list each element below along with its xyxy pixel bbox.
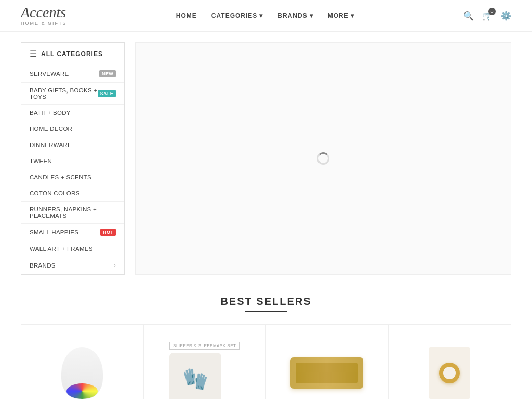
chevron-down-icon: ▾ — [310, 12, 313, 19]
settings-icon: ⚙️ — [501, 11, 511, 20]
sidebar-item[interactable]: COTON COLORS — [21, 185, 124, 202]
header-icons: 🔍 🛒 0 ⚙️ — [463, 11, 511, 21]
sidebar-item-label: BABY GIFTS, BOOKS + TOYS — [30, 87, 98, 100]
product-card[interactable] — [21, 325, 144, 399]
title-underline — [245, 311, 287, 312]
product-card[interactable] — [266, 325, 389, 399]
sidebar-item-label: TWEEN — [30, 158, 52, 164]
sidebar-item-badge: NEW — [99, 70, 116, 77]
sidebar-item[interactable]: BABY GIFTS, BOOKS + TOYSSALE — [21, 83, 124, 105]
product-card[interactable] — [389, 325, 511, 399]
sidebar: ☰ ALL CATEGORIES SERVEWARENEWBABY GIFTS,… — [21, 42, 125, 275]
sidebar-item-label: WALL ART + FRAMES — [30, 246, 93, 252]
cart-button[interactable]: 🛒 0 — [482, 11, 493, 21]
sidebar-item-label: COTON COLORS — [30, 190, 80, 196]
product-image-ring — [429, 347, 470, 399]
sidebar-item[interactable]: TWEEN — [21, 153, 124, 169]
settings-button[interactable]: ⚙️ — [501, 11, 511, 21]
main-nav: HOME CATEGORIES ▾ BRANDS ▾ MORE ▾ — [176, 12, 354, 19]
nav-categories[interactable]: CATEGORIES ▾ — [211, 12, 263, 19]
sidebar-item[interactable]: WALL ART + FRAMES — [21, 241, 124, 257]
product-image-slipper: 🧤 — [169, 353, 221, 399]
sidebar-item-badge: SALE — [98, 90, 116, 97]
ring-decoration — [439, 363, 460, 383]
menu-icon: ☰ — [30, 49, 37, 59]
product-tag: SLIPPER & SLEEPMASK SET — [169, 342, 240, 350]
search-button[interactable]: 🔍 — [463, 11, 474, 21]
sidebar-item[interactable]: SMALL HAPPIESHOT — [21, 224, 124, 241]
sidebar-item-label: SERVEWARE — [30, 71, 69, 77]
sidebar-item-badge: HOT — [100, 229, 116, 236]
sidebar-item[interactable]: BRANDS› — [21, 257, 124, 274]
product-image-tray — [290, 357, 363, 389]
sidebar-item-label: DINNERWARE — [30, 142, 72, 148]
sidebar-item-label: RUNNERS, NAPKINS + PLACEMATS — [30, 206, 116, 219]
sidebar-header[interactable]: ☰ ALL CATEGORIES — [21, 43, 124, 65]
loading-spinner — [317, 152, 329, 165]
header: Accents HOME & GIFTS HOME CATEGORIES ▾ B… — [0, 0, 532, 32]
product-image-glass — [61, 347, 103, 399]
sidebar-item-label: BRANDS — [30, 262, 56, 269]
sidebar-item-label: SMALL HAPPIES — [30, 229, 78, 235]
sidebar-item[interactable]: CANDLES + SCENTS — [21, 169, 124, 185]
product-image-slipper-wrap: SLIPPER & SLEEPMASK SET 🧤 — [169, 341, 240, 399]
nav-brands[interactable]: BRANDS ▾ — [277, 12, 313, 19]
sidebar-item-label: BATH + BODY — [30, 110, 71, 116]
logo[interactable]: Accents HOME & GIFTS — [21, 5, 67, 26]
nav-more[interactable]: MORE ▾ — [328, 12, 354, 19]
sidebar-item[interactable]: BATH + BODY — [21, 105, 124, 121]
nav-home[interactable]: HOME — [176, 12, 197, 19]
chevron-down-icon: ▾ — [351, 12, 354, 19]
product-card[interactable]: SLIPPER & SLEEPMASK SET 🧤 — [144, 325, 267, 399]
banner-area — [135, 42, 511, 275]
product-image-ring-wrap — [429, 347, 470, 399]
sidebar-item[interactable]: RUNNERS, NAPKINS + PLACEMATS — [21, 202, 124, 224]
sidebar-items: SERVEWARENEWBABY GIFTS, BOOKS + TOYSSALE… — [21, 65, 124, 274]
chevron-right-icon: › — [114, 262, 116, 269]
best-sellers-section: BEST SELLERS SLIPPER & SLEEPMASK SET 🧤 — [0, 285, 532, 399]
sidebar-item[interactable]: HOME DECOR — [21, 121, 124, 137]
cart-badge: 0 — [488, 8, 496, 15]
logo-sub: HOME & GIFTS — [21, 21, 67, 26]
products-grid: SLIPPER & SLEEPMASK SET 🧤 — [21, 324, 511, 399]
logo-name: Accents — [21, 5, 67, 20]
sidebar-item[interactable]: DINNERWARE — [21, 137, 124, 153]
sidebar-item-label: CANDLES + SCENTS — [30, 174, 91, 180]
sidebar-item-label: HOME DECOR — [30, 126, 72, 132]
search-icon: 🔍 — [463, 11, 474, 20]
sidebar-header-label: ALL CATEGORIES — [41, 50, 103, 58]
main-layout: ☰ ALL CATEGORIES SERVEWARENEWBABY GIFTS,… — [0, 32, 532, 285]
sidebar-item[interactable]: SERVEWARENEW — [21, 65, 124, 83]
best-sellers-title: BEST SELLERS — [21, 296, 511, 308]
chevron-down-icon: ▾ — [259, 12, 263, 19]
